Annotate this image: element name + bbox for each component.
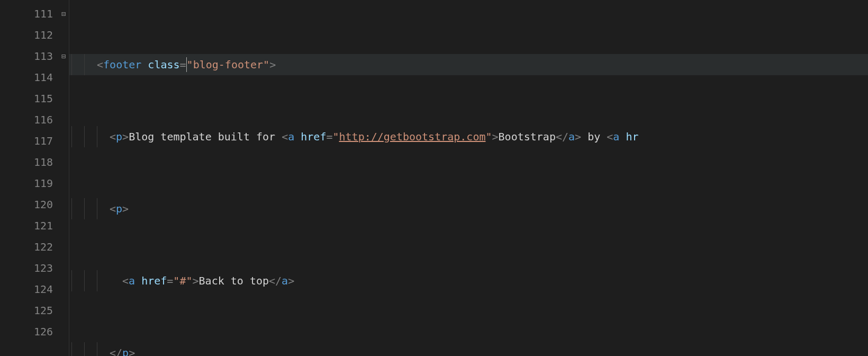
- code-line[interactable]: <a href="#">Back to top</a>: [69, 270, 868, 291]
- text-cursor: [186, 57, 187, 72]
- code-editor[interactable]: 111 112 113 114 115 116 117 118 119 120 …: [0, 0, 868, 356]
- line-number: 120: [0, 194, 58, 215]
- code-line[interactable]: <p>: [69, 198, 868, 219]
- line-number: 124: [0, 279, 58, 300]
- line-number: 115: [0, 88, 58, 109]
- line-number: 117: [0, 130, 58, 152]
- code-line[interactable]: </p>: [69, 342, 868, 356]
- line-number: 113: [0, 46, 58, 67]
- line-number: 126: [0, 321, 58, 342]
- fold-toggle-icon[interactable]: ⊟: [58, 3, 69, 24]
- line-number: 125: [0, 300, 58, 321]
- line-number: 123: [0, 257, 58, 279]
- line-number: 114: [0, 67, 58, 88]
- line-number: 112: [0, 24, 58, 46]
- line-number: 116: [0, 109, 58, 130]
- code-line[interactable]: <p>Blog template built for <a href="http…: [69, 126, 868, 147]
- code-line[interactable]: <footer class="blog-footer">: [69, 54, 868, 75]
- line-number: 118: [0, 152, 58, 173]
- line-number: 111: [0, 3, 58, 24]
- fold-gutter: ⊟ ⊟: [58, 0, 69, 356]
- line-number: 119: [0, 173, 58, 194]
- line-number-gutter: 111 112 113 114 115 116 117 118 119 120 …: [0, 0, 58, 356]
- line-number: 122: [0, 236, 58, 257]
- code-area[interactable]: <footer class="blog-footer"> <p>Blog tem…: [69, 0, 868, 356]
- fold-toggle-icon[interactable]: ⊟: [58, 46, 69, 67]
- line-number: 121: [0, 215, 58, 236]
